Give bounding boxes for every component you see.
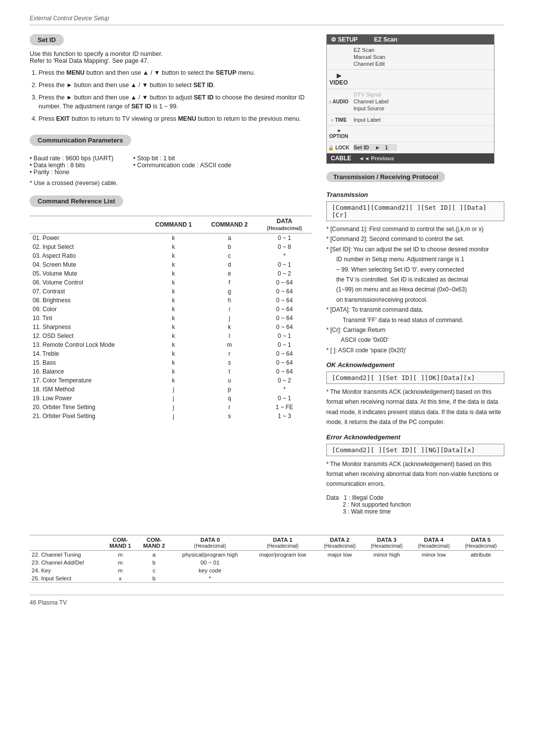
ok-label: OK Acknowledgement bbox=[326, 361, 504, 369]
step-4: Press EXIT button to return to TV viewin… bbox=[39, 114, 312, 124]
dt-col-cmd2: COM-MAND 2 bbox=[137, 535, 171, 550]
cmd-cell-16-1: k bbox=[145, 376, 201, 385]
cmd-row-19: 19. Low Powerjq0 ~ 1 bbox=[30, 394, 312, 403]
cmd-cell-12-3: 0 ~ 1 bbox=[258, 340, 312, 349]
cmd-table: COMMAND 1 COMMAND 2 DATA(Hexadecimal) 01… bbox=[30, 216, 312, 421]
cmd-cell-15-2: t bbox=[201, 367, 257, 376]
cmd-cell-20-0: 21. Orbiter Pixel Setting bbox=[30, 412, 145, 421]
cmd-cell-1-3: 0 ~ 8 bbox=[258, 242, 312, 251]
comm-note: * Use a crossed (reverse) cable. bbox=[30, 180, 312, 187]
item-channellabel: Channel Label bbox=[354, 98, 397, 105]
cmd-cell-19-3: 1 ~ FE bbox=[258, 403, 312, 412]
cmd-cell-0-3: 0 ~ 1 bbox=[258, 233, 312, 242]
comm-params-title: Communication Parameters bbox=[30, 135, 131, 146]
cmd-cell-12-2: m bbox=[201, 340, 257, 349]
video-items bbox=[351, 78, 400, 80]
page-header: External Control Device Setup bbox=[30, 15, 504, 25]
item-inputlabel: Input Label bbox=[354, 116, 397, 123]
transmission-notes: * [Command 1]: First command to control … bbox=[326, 224, 504, 355]
lock-icon: 🔒 LOCK bbox=[327, 143, 351, 152]
dt-col-cmd1: COM-MAND 1 bbox=[103, 535, 137, 550]
dt-cell-1-8 bbox=[457, 559, 504, 567]
error-note: * The Monitor transmits ACK (acknowledge… bbox=[326, 459, 504, 489]
data-row-4: 25. Input Selectxb* bbox=[30, 574, 504, 583]
set-id-section: Set ID Use this function to specify a mo… bbox=[30, 34, 312, 124]
item-dtvsignal: DTV Signal bbox=[354, 91, 397, 98]
transmission-box: [Command1][Command2][ ][Set ID][ ][Data]… bbox=[326, 201, 504, 221]
setup-icon: ⚙ bbox=[331, 36, 336, 43]
dt-cell-2-8 bbox=[457, 567, 504, 574]
dt-cell-2-0: 24. Key bbox=[30, 567, 103, 574]
set-id-desc1: Use this function to specify a monitor I… bbox=[30, 50, 312, 64]
cmd-row-1: 01. Powerka0 ~ 1 bbox=[30, 233, 312, 242]
cmd-cell-1-2: b bbox=[201, 242, 257, 251]
dt-cell-3-0: 25. Input Select bbox=[30, 574, 103, 583]
cmd-row-14: 14. Treblekr0 ~ 64 bbox=[30, 349, 312, 358]
data-table: COM-MAND 1 COM-MAND 2 DATA 0(Hexadecimal… bbox=[30, 535, 504, 583]
step-1: Press the MENU button and then use ▲ / ▼… bbox=[39, 68, 312, 78]
option-items bbox=[351, 133, 400, 135]
dt-cell-1-4 bbox=[249, 559, 316, 567]
dt-cell-0-3: physical/program high bbox=[171, 550, 249, 559]
cmd-cell-13-1: k bbox=[145, 349, 201, 358]
comm-params-content: • Baud rate : 9600 bps (UART) • Data len… bbox=[30, 155, 312, 176]
video-icon: ▶ VIDEO bbox=[327, 71, 351, 88]
cmd-cell-13-0: 14. Treble bbox=[30, 349, 145, 358]
cmd-cell-18-1: j bbox=[145, 394, 201, 403]
cmd-cell-19-2: r bbox=[201, 403, 257, 412]
error-label: Error Acknowledgement bbox=[326, 433, 504, 441]
comm-params-right: • Stop bit : 1 bit • Communication code … bbox=[134, 155, 231, 176]
audio-icon: ♪ AUDIO bbox=[327, 97, 351, 106]
dt-cell-1-7 bbox=[410, 559, 457, 567]
note-8: * [ ]: ASCII code 'space (0x20)' bbox=[326, 345, 504, 355]
cmd-row-9: 09. Colorki0 ~ 64 bbox=[30, 305, 312, 314]
set-id-title: Set ID bbox=[30, 34, 64, 46]
cmd-row-4: 04. Screen Mutekd0 ~ 1 bbox=[30, 260, 312, 269]
cmd-cell-9-3: 0 ~ 64 bbox=[258, 314, 312, 323]
dt-col-data2: DATA 2(Hexadecimal) bbox=[316, 535, 363, 550]
cmd-cell-6-2: g bbox=[201, 287, 257, 296]
note-4: * [DATA]: To transmit command data. bbox=[326, 305, 504, 315]
cmd-cell-5-1: k bbox=[145, 278, 201, 287]
cmd-row-12: 12. OSD Selectkl0 ~ 1 bbox=[30, 331, 312, 340]
data-row-1: 22. Channel Tuningmaphysical/program hig… bbox=[30, 550, 504, 559]
cmd-cell-19-0: 20. Orbiter Time Setting bbox=[30, 403, 145, 412]
note-7: ASCII code '0x0D' bbox=[326, 335, 504, 345]
cmd-cell-8-0: 09. Color bbox=[30, 305, 145, 314]
cmd-cell-7-3: 0 ~ 64 bbox=[258, 296, 312, 305]
cmd-row-11: 11. Sharpnesskk0 ~ 64 bbox=[30, 323, 312, 331]
page-footer: 46 Plasma TV bbox=[30, 595, 504, 606]
item-ezscan: EZ Scan bbox=[354, 47, 397, 53]
setup-items: EZ Scan Manual Scan Channel Edit bbox=[351, 46, 400, 68]
cmd-cell-14-1: k bbox=[145, 358, 201, 367]
comm-params-left: • Baud rate : 9600 bps (UART) • Data len… bbox=[30, 155, 114, 176]
cmd-col-2: COMMAND 2 bbox=[201, 216, 257, 233]
dt-cell-3-4 bbox=[249, 574, 316, 583]
cmd-ref-section: Command Reference List COMMAND 1 COMMAND… bbox=[30, 195, 312, 421]
dt-col-name bbox=[30, 535, 103, 550]
cmd-cell-16-3: 0 ~ 2 bbox=[258, 376, 312, 385]
cmd-cell-5-0: 06. Volume Control bbox=[30, 278, 145, 287]
cmd-cell-14-0: 15. Bass bbox=[30, 358, 145, 367]
note-2: * [Command 2]: Second command to control… bbox=[326, 234, 504, 244]
previous-label: ◄◄ Previous bbox=[354, 155, 394, 161]
cmd-cell-2-0: 03. Aspect Ratio bbox=[30, 251, 145, 260]
cmd-col-data: DATA(Hexadecimal) bbox=[258, 216, 312, 233]
transmission-section: Transmission / Receiving Protocol Transm… bbox=[326, 172, 504, 515]
cmd-row-13: 13. Remote Control Lock Modekm0 ~ 1 bbox=[30, 340, 312, 349]
dt-cell-3-8 bbox=[457, 574, 504, 583]
cmd-cell-2-3: * bbox=[258, 251, 312, 260]
cmd-cell-18-3: 0 ~ 1 bbox=[258, 394, 312, 403]
cmd-cell-5-2: f bbox=[201, 278, 257, 287]
cmd-ref-title: Command Reference List bbox=[30, 195, 123, 207]
cmd-col-name bbox=[30, 216, 145, 233]
cmd-cell-7-0: 08. Brightness bbox=[30, 296, 145, 305]
data-item-2: 2 : Not supported function bbox=[326, 501, 504, 508]
dt-col-data3: DATA 3(Hexadecimal) bbox=[363, 535, 410, 550]
dt-cell-0-1: m bbox=[103, 550, 137, 559]
dt-cell-2-5 bbox=[316, 567, 363, 574]
cmd-cell-15-0: 16. Balance bbox=[30, 367, 145, 376]
cmd-row-7: 07. Contrastkg0 ~ 64 bbox=[30, 287, 312, 296]
cmd-cell-17-1: j bbox=[145, 385, 201, 394]
cmd-cell-20-3: 1 ~ 3 bbox=[258, 412, 312, 421]
